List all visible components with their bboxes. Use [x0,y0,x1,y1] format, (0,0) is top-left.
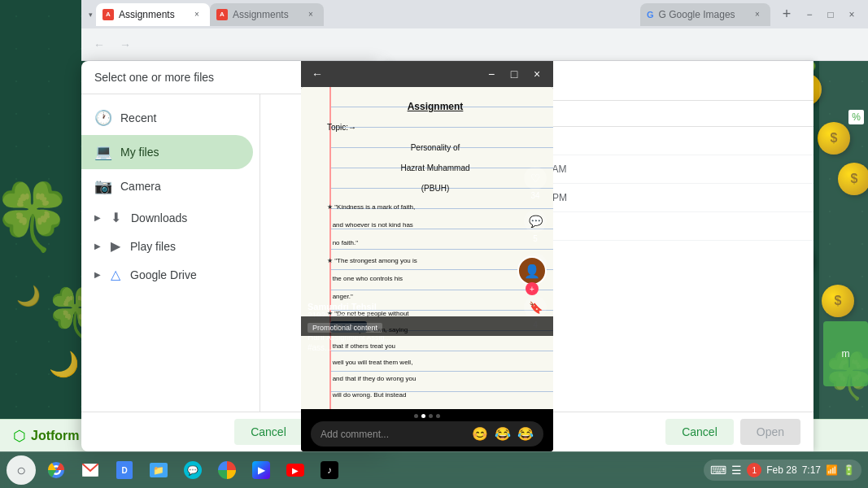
panel-cancel-button[interactable]: Cancel [665,419,734,445]
bookmark-icon: 🔖 [524,296,547,319]
emoji-1[interactable]: 😊 [472,426,488,442]
green-badge: % [848,110,864,124]
promo-label: Promotional content [308,323,382,333]
maximize-button[interactable]: □ [821,5,840,24]
sidebar-item-recent[interactable]: 🕐 Recent [81,101,253,135]
comment-input-bar[interactable]: Add comment... 😊 😂 😂 [311,421,543,447]
google-tab-favicon: G [647,10,654,20]
play-files-expand-arrow: ▶ [94,242,101,251]
assignment-title: Assignment [327,97,543,117]
forward-button[interactable]: → [114,33,137,56]
dot-2 [421,414,425,418]
social-post-overlay: Assignment Topic:→ Personality ofHazrat … [301,87,553,451]
gmail-icon [82,464,98,477]
taskbar-files[interactable]: 📁 [144,455,173,485]
poster-avatar[interactable]: 👤 + [517,256,547,295]
social-post-content: Assignment Topic:→ Personality ofHazrat … [301,87,553,409]
notification-badge: 1 [747,463,761,477]
avatar-circle: 👤 [517,256,547,285]
chrome-tab-bar: ▾ A Assignments × A Assignments × G G Go… [81,0,868,28]
tab-close-2[interactable]: × [304,8,317,21]
taskbar-docs[interactable]: D [110,455,139,485]
dot-1 [414,414,418,418]
tab-label-1: Assignments [119,9,185,20]
back-button[interactable]: ← [88,33,111,56]
sidebar-item-play-files[interactable]: ▶ ▶ Play files [81,232,260,260]
sidebar-item-camera[interactable]: 📷 Camera [81,169,253,203]
post-close-button[interactable]: × [527,64,547,84]
youtube-icon: ▶ [286,464,304,477]
poster-name: Samundri Tehsil [308,302,513,312]
wifi-icon: 📶 [826,464,838,476]
notification-count: 1 [752,466,757,475]
downloads-expand-arrow: ▶ [94,213,101,222]
comment-icon: 💬 [524,210,547,233]
recent-label: Recent [120,111,156,124]
taskbar-play[interactable]: ▶ [246,455,276,485]
taskbar-chrome[interactable] [41,455,71,485]
downloads-icon: ⬇ [111,210,121,225]
messages-icon: 💬 [184,461,202,479]
play-files-label: Play files [130,240,176,253]
my-files-icon: 💻 [94,143,111,161]
emoji-2[interactable]: 😂 [495,426,511,442]
post-minimize-button[interactable]: − [482,64,501,84]
topic-label: Topic:→ [327,117,543,137]
comment-placeholder: Add comment... [321,429,465,440]
recent-icon: 🕐 [94,109,111,127]
camera-label: Camera [120,180,161,193]
post-dialog-controls: ← − □ × [301,61,553,87]
my-files-label: My files [120,146,159,159]
tab-assignments-2[interactable]: A Assignments × [210,3,324,26]
comment-count: 5 [533,234,538,243]
minimize-button[interactable]: − [800,5,819,24]
docs-icon: D [116,461,133,479]
navigation-bar: ← → [81,28,868,61]
assignment-subject: Personality ofHazrat Muhammad(PBUH) [327,137,543,198]
camera-icon: 📷 [94,177,111,195]
taskbar-gmail[interactable] [76,455,105,485]
window-controls: − □ × [800,5,861,24]
moon-decoration: 🌙 [16,285,41,307]
carousel-dots [311,414,543,418]
sidebar-item-google-drive[interactable]: ▶ △ Google Drive [81,260,260,289]
tab-assignments-1[interactable]: A Assignments × [96,3,210,26]
close-window-button[interactable]: × [842,5,861,24]
date-label-taskbar: Feb 28 [766,464,796,476]
post-maximize-button[interactable]: □ [504,64,524,84]
system-icons-group[interactable]: ⌨ ☰ 1 Feb 28 7:17 📶 🔋 [704,460,861,481]
moon-decoration: 🌙 [49,350,79,378]
launcher-button[interactable]: ○ [7,455,36,485]
taskbar-tiktok[interactable]: ♪ [315,455,344,485]
google-tab-label: G Google Images [659,9,746,20]
tiktok-icon: ♪ [321,461,338,479]
file-picker-sidebar: 🕐 Recent 💻 My files 📷 Camera ▶ ⬇ Downloa… [81,94,260,412]
tab-favicon-1: A [103,9,114,20]
tab-close-1[interactable]: × [190,8,203,21]
follow-plus-badge[interactable]: + [526,282,539,295]
sidebar-item-downloads[interactable]: ▶ ⬇ Downloads [81,203,260,232]
taskbar-youtube[interactable]: ▶ [281,455,310,485]
tab-dropdown-btn[interactable]: ▾ [85,9,96,20]
taskbar-photos[interactable] [212,455,242,485]
tab-label-2: Assignments [233,9,299,20]
photos-icon [218,461,236,479]
dot-4 [436,414,440,418]
taskbar-messages[interactable]: 💬 [178,455,207,485]
post-back-button[interactable]: ← [308,64,327,84]
cancel-button[interactable]: Cancel [234,419,303,445]
new-tab-button[interactable]: + [775,3,798,26]
like-button[interactable]: ♡ 34 [524,167,547,200]
comment-action-button[interactable]: 💬 5 [524,210,547,243]
panel-open-button[interactable]: Open [740,419,800,445]
battery-icon: 🔋 [843,464,855,476]
google-tab-close[interactable]: × [751,8,764,21]
dot-3 [429,414,433,418]
assignment-image: Assignment Topic:→ Personality ofHazrat … [301,87,553,409]
sidebar-item-my-files[interactable]: 💻 My files [81,135,253,169]
emoji-3[interactable]: 😂 [517,426,534,442]
heart-icon: ♡ [524,167,547,190]
tab-google-images[interactable]: G G Google Images × [640,3,770,26]
post-side-actions: ♡ 34 💬 5 ↗ 4 🔖 4 [524,167,547,329]
quote-1: ★ "Kindness is a mark of faith, and whoe… [327,198,543,252]
